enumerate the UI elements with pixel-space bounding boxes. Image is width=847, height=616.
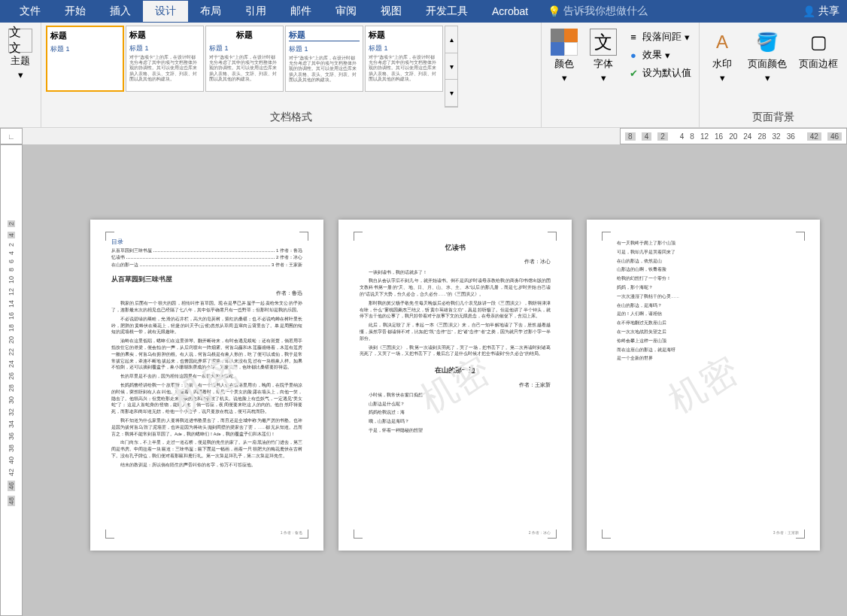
ribbon-tabs: 文件 开始 插入 设计 布局 引用 邮件 审阅 视图 开发工具 Acrobat … <box>0 0 847 23</box>
page2-footer: 2 作者：冰心 <box>529 530 551 536</box>
chevron-down-icon: ▾ <box>665 50 670 61</box>
tab-view[interactable]: 视图 <box>369 1 414 22</box>
page-2[interactable]: 机密 忆读书 作者：冰心 一谈到读书，我的话就多了！我自从会认字后不到几年，就开… <box>338 220 572 551</box>
tab-review[interactable]: 审阅 <box>323 1 369 22</box>
page-border-icon: ▢ <box>805 29 832 56</box>
style-thumb-sub: 标题 1 <box>369 44 439 53</box>
watermark-icon: A <box>709 29 736 56</box>
colors-label: 颜色 <box>554 57 574 71</box>
fonts-button[interactable]: 文 字体 ▾ <box>585 26 621 109</box>
ribbon: 文文 主题 ▾ 标题 标题 1 标题 标题 1 对于"选项卡"上的库，在设计时都… <box>0 23 847 128</box>
ruler-corner[interactable]: ∟ <box>0 128 23 144</box>
page-border-label: 页面边框 <box>799 57 838 71</box>
watermark-label: 水印 <box>712 57 732 71</box>
tab-acrobat[interactable]: Acrobat <box>480 2 540 21</box>
font-icon: 文 <box>590 29 617 56</box>
group-label-docformat: 文档格式 <box>46 108 536 124</box>
style-thumb-title: 标题 <box>289 29 360 41</box>
share-button[interactable]: 👤 共享 <box>803 5 839 18</box>
page2-author1: 作者：冰心 <box>360 257 551 266</box>
watermark-button[interactable]: A 水印 ▾ <box>704 26 740 108</box>
style-thumb-body: 对于"选项卡"上的库，在设计时都充分考虑了其中的项与文档整体外观的协调性。其可以… <box>289 56 360 83</box>
colors-button[interactable]: 颜色 ▾ <box>546 26 582 109</box>
style-thumb-3[interactable]: 标题 标题 1 对于"选项卡"上的库，在设计时都充分考虑了其中的项与文档整体外观… <box>205 26 284 92</box>
style-thumb-1[interactable]: 标题 标题 1 <box>46 26 124 92</box>
color-swatch-icon <box>551 29 578 56</box>
style-thumb-body: 对于"选项卡"上的库，在设计时都充分考虑了其中的项与文档整体外观的协调性。其可以… <box>129 55 200 82</box>
style-thumb-title: 标题 <box>369 29 439 41</box>
gallery-down-button[interactable]: ▾ <box>445 53 457 80</box>
page-3[interactable]: 机密 有一天我终于爬上了那个山顶可是，我却几乎是哭着回来了在山的那边，依然是山山… <box>587 220 820 551</box>
page-color-button[interactable]: 🪣 页面颜色 ▾ <box>743 26 791 108</box>
tab-mail[interactable]: 邮件 <box>278 1 323 22</box>
page-color-label: 页面颜色 <box>748 57 787 71</box>
tell-me-label: 告诉我你想做什么 <box>563 5 648 18</box>
style-thumb-title: 标题 <box>209 29 280 41</box>
tab-home[interactable]: 开始 <box>53 1 98 22</box>
style-thumb-2[interactable]: 标题 标题 1 对于"选项卡"上的库，在设计时都充分考虑了其中的项与文档整体外观… <box>126 26 204 92</box>
share-label: 共享 <box>818 5 839 18</box>
style-thumb-sub: 标题 1 <box>209 44 280 53</box>
tab-devtools[interactable]: 开发工具 <box>414 1 480 22</box>
tab-insert[interactable]: 插入 <box>98 1 143 22</box>
style-thumb-body: 对于"选项卡"上的库，在设计时都充分考虑了其中的项与文档整体外观的协调性。其可以… <box>369 55 439 82</box>
style-thumb-body: 对于"选项卡"上的库，在设计时都充分考虑了其中的项与文档整体外观的协调性。其可以… <box>209 55 280 82</box>
page2-title2: 在山的那一边 <box>360 365 551 375</box>
ruler-vertical[interactable]: 2424681012141618202224262830323436384042… <box>0 144 23 616</box>
gallery-up-button[interactable]: ▴ <box>445 26 457 53</box>
ruler-horizontal[interactable]: 84248121620242832364246 <box>620 128 847 144</box>
chevron-down-icon: ▾ <box>562 72 567 83</box>
person-icon: 👤 <box>803 5 815 17</box>
tell-me-search[interactable]: 💡 告诉我你想做什么 <box>548 5 648 18</box>
chevron-down-icon: ▾ <box>765 72 770 83</box>
tab-file[interactable]: 文件 <box>8 1 53 22</box>
chevron-down-icon: ▾ <box>601 72 606 83</box>
themes-button[interactable]: 文文 主题 ▾ <box>5 26 36 80</box>
page1-author: 作者：鲁迅 <box>111 289 302 297</box>
effects-label: 效果 <box>642 48 662 62</box>
style-thumb-5[interactable]: 标题 标题 1 对于"选项卡"上的库，在设计时都充分考虑了其中的项与文档整体外观… <box>365 26 443 92</box>
tab-design[interactable]: 设计 <box>143 1 188 22</box>
chevron-down-icon: ▾ <box>18 69 23 80</box>
style-thumb-sub: 标题 1 <box>289 44 360 54</box>
page3-footer: 3 作者：王家新 <box>773 530 799 536</box>
effects-button[interactable]: ● 效果 ▾ <box>624 47 694 63</box>
check-icon: ✔ <box>627 67 639 79</box>
paragraph-spacing-button[interactable]: ≡ 段落间距 ▾ <box>624 29 694 45</box>
lightbulb-icon: 💡 <box>548 5 560 17</box>
toc-heading: 目录 <box>111 238 302 247</box>
page-border-button[interactable]: ▢ 页面边框 <box>794 26 842 108</box>
chevron-down-icon: ▾ <box>720 72 725 83</box>
set-default-label: 设为默认值 <box>642 66 691 80</box>
paragraph-spacing-label: 段落间距 <box>642 30 682 44</box>
style-thumb-title: 标题 <box>129 29 200 41</box>
document-area[interactable]: 机密 目录 从百草园到三味书屋1 作者：鲁迅忆读书2 作者：冰心在山的那一边3 … <box>23 144 847 616</box>
tab-layout[interactable]: 布局 <box>188 1 233 22</box>
style-gallery: 标题 标题 1 标题 标题 1 对于"选项卡"上的库，在设计时都充分考虑了其中的… <box>46 26 536 108</box>
gallery-more-button[interactable]: ▾ <box>445 80 457 107</box>
spacing-icon: ≡ <box>627 31 639 43</box>
bucket-icon: 🪣 <box>754 29 781 56</box>
page-1[interactable]: 机密 目录 从百草园到三味书屋1 作者：鲁迅忆读书2 作者：冰心在山的那一边3 … <box>90 220 323 551</box>
page1-footer: 1 作者：鲁迅 <box>281 530 302 536</box>
themes-label: 主题 <box>11 54 30 68</box>
page2-author2: 作者：王家新 <box>360 381 551 389</box>
style-thumb-sub: 标题 1 <box>129 44 200 53</box>
gallery-scroll: ▴ ▾ ▾ <box>445 26 458 108</box>
style-thumb-sub: 标题 1 <box>50 44 120 54</box>
group-label-pagebg: 页面背景 <box>704 108 842 124</box>
page1-title: 从百草园到三味书屋 <box>111 274 302 284</box>
set-default-button[interactable]: ✔ 设为默认值 <box>624 65 694 81</box>
page2-title1: 忆读书 <box>360 242 551 253</box>
themes-icon: 文文 <box>8 29 32 53</box>
style-thumb-4[interactable]: 标题 标题 1 对于"选项卡"上的库，在设计时都充分考虑了其中的项与文档整体外观… <box>285 26 363 92</box>
style-thumb-title: 标题 <box>50 30 120 41</box>
fonts-label: 字体 <box>594 57 613 71</box>
tab-references[interactable]: 引用 <box>233 1 278 22</box>
chevron-down-icon: ▾ <box>685 32 690 43</box>
effects-icon: ● <box>627 49 639 61</box>
